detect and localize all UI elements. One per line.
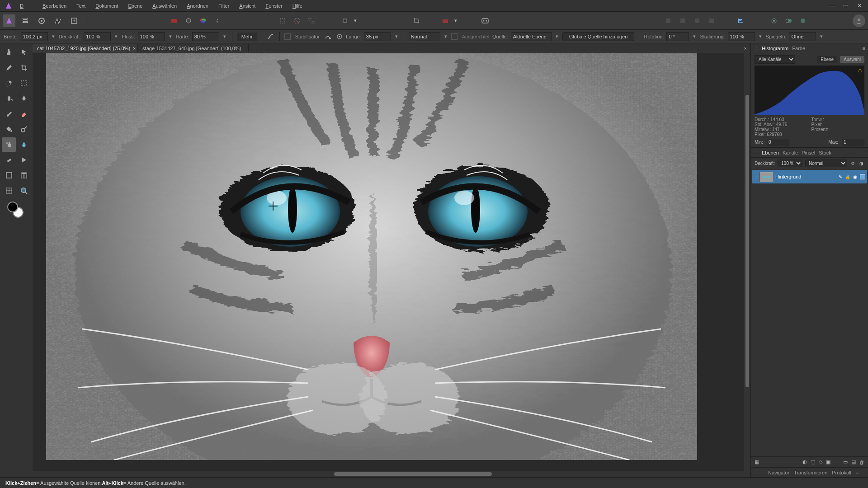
document-tab-2[interactable]: stage-1531427_640.jpg [Geändert] (100,0%…	[138, 44, 249, 52]
histogram-min-input[interactable]	[767, 139, 789, 145]
color-swatches[interactable]	[2, 199, 31, 221]
layer-drag-icon[interactable]: ⋮	[754, 174, 756, 180]
flow-dropdown[interactable]: ▾	[168, 33, 173, 39]
panel-handle-icon[interactable]: ⋮⋮	[754, 469, 764, 475]
histogram-max-input[interactable]	[842, 139, 864, 145]
layer-mask-icon[interactable]: ▦	[755, 459, 759, 465]
layer-item-background[interactable]: ⋮ Hintergrund ✎ 🔒 ◉	[752, 170, 867, 183]
quick-mask-button[interactable]	[339, 14, 351, 27]
menu-window[interactable]: Fenster	[261, 1, 287, 10]
auto-levels-button[interactable]	[168, 14, 180, 27]
zoom-tool[interactable]	[17, 183, 31, 198]
stock-tab[interactable]: Stock	[819, 150, 831, 155]
snapshot-button[interactable]	[439, 14, 452, 27]
selection-brush-tool[interactable]	[2, 76, 16, 90]
pen-tool[interactable]	[17, 91, 31, 106]
selection-quick-mask-button[interactable]	[291, 14, 303, 27]
document-tab-1[interactable]: cat-1045782_1920.jpg [Geändert] (75,0%) …	[33, 44, 138, 52]
layer-blend-select[interactable]: Normal	[805, 160, 847, 167]
color-tab[interactable]: Farbe	[792, 46, 805, 51]
selection-hide-button[interactable]	[276, 14, 289, 27]
crop-tool-button[interactable]	[410, 14, 423, 27]
text-tool[interactable]: T	[17, 168, 31, 183]
export-persona-button[interactable]	[68, 14, 80, 27]
histogram-tab[interactable]: Histogramm	[762, 46, 788, 51]
stabilizer-rope-icon[interactable]	[336, 33, 343, 40]
layer-visible-checkbox[interactable]	[860, 174, 865, 179]
paint-brush-tool[interactable]	[2, 107, 16, 121]
tone-persona-button[interactable]	[52, 14, 64, 27]
align-button[interactable]	[734, 14, 747, 27]
channels-tab[interactable]: Kanäle	[783, 150, 798, 155]
layer-link-icon[interactable]: ◉	[853, 174, 857, 179]
selection-show-button[interactable]	[305, 14, 318, 27]
menu-layer[interactable]: Ebene	[124, 1, 147, 10]
user-avatar[interactable]	[853, 14, 865, 27]
auto-white-balance-button[interactable]	[211, 14, 224, 27]
brush-tab[interactable]: Pinsel	[802, 150, 815, 155]
foreground-color[interactable]	[7, 202, 18, 212]
mesh-tool[interactable]	[2, 183, 16, 198]
panel-options-icon[interactable]: ≡	[863, 150, 865, 155]
layer-lock-icon[interactable]: 🔒	[845, 174, 850, 179]
flood-select-tool[interactable]	[2, 91, 16, 106]
panel-options-icon[interactable]: ≡	[863, 46, 865, 51]
width-input[interactable]	[21, 32, 48, 41]
auto-colors-button[interactable]	[197, 14, 209, 27]
delete-layer-icon[interactable]: 🗑	[859, 460, 864, 465]
rotation-dropdown[interactable]: ▾	[692, 33, 697, 39]
photo-persona-button[interactable]	[3, 14, 15, 27]
length-dropdown[interactable]: ▾	[394, 33, 399, 39]
length-input[interactable]	[364, 32, 391, 41]
menu-help[interactable]: Hilfe	[288, 1, 307, 10]
brush-settings-icon[interactable]	[267, 33, 275, 41]
arrange-1[interactable]	[662, 14, 675, 27]
horizontal-scrollbar[interactable]	[33, 471, 750, 477]
canvas[interactable]	[33, 53, 750, 471]
aligned-checkbox[interactable]	[451, 33, 458, 40]
close-all-tabs[interactable]: ×	[741, 46, 750, 51]
layers-tab[interactable]: Ebenen	[762, 150, 779, 155]
flow-input[interactable]	[138, 32, 165, 41]
smudge-tool[interactable]	[17, 137, 31, 152]
panel-handle-icon[interactable]: ⋮⋮	[754, 45, 756, 52]
add-global-source-button[interactable]: Globale Quelle hinzufügen	[562, 32, 635, 41]
mirror-dropdown[interactable]: ▾	[819, 33, 824, 39]
healing-tool[interactable]	[2, 153, 16, 167]
dodge-tool[interactable]	[17, 122, 31, 136]
menu-file[interactable]: D	[15, 1, 37, 10]
sync-2[interactable]	[782, 14, 795, 27]
arrange-3[interactable]	[691, 14, 703, 27]
mask-icon[interactable]: ▣	[826, 459, 830, 465]
marquee-tool[interactable]	[17, 76, 31, 90]
live-filter-icon[interactable]: ◇	[819, 459, 822, 465]
menu-view[interactable]: Ansicht	[235, 1, 260, 10]
view-tool[interactable]	[2, 45, 16, 60]
auto-contrast-button[interactable]	[182, 14, 195, 27]
hardness-dropdown[interactable]: ▾	[222, 33, 227, 39]
menu-text[interactable]: Text	[72, 1, 90, 10]
hardness-input[interactable]	[192, 32, 219, 41]
layer-fx-icon[interactable]: ◑	[859, 161, 864, 166]
layer-edit-icon[interactable]: ✎	[839, 174, 842, 179]
stabilizer-mode-icon[interactable]	[324, 33, 331, 40]
scale-dropdown[interactable]: ▾	[758, 33, 763, 39]
assistant-button[interactable]	[479, 14, 491, 27]
blend-dropdown[interactable]: ▾	[443, 33, 448, 39]
menu-arrange[interactable]: Anordnen	[182, 1, 213, 10]
node-tool[interactable]	[17, 153, 31, 167]
sync-1[interactable]	[768, 14, 780, 27]
arrange-4[interactable]	[705, 14, 718, 27]
layer-opacity-select[interactable]: 100 %	[778, 160, 802, 167]
menu-document[interactable]: Dokument	[91, 1, 123, 10]
menu-edit[interactable]: Bearbeiten	[38, 1, 71, 10]
blend-mode-select[interactable]	[409, 32, 440, 41]
develop-persona-button[interactable]	[35, 14, 48, 27]
layer-scope-button[interactable]: Ebene	[817, 56, 837, 63]
stabilizer-checkbox[interactable]	[284, 33, 291, 40]
menu-filter[interactable]: Filter	[214, 1, 234, 10]
fill-tool[interactable]	[2, 122, 16, 136]
panel-handle-icon[interactable]: ⋮⋮	[754, 150, 756, 156]
arrange-2[interactable]	[676, 14, 689, 27]
snapshot-dropdown[interactable]: ▾	[453, 14, 458, 27]
